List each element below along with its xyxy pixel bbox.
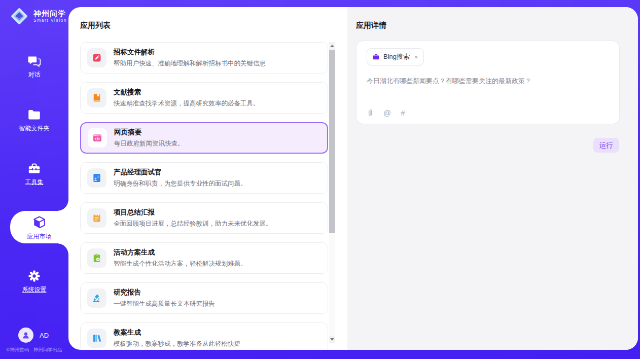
app-title: 项目总结汇报 [114,208,272,217]
list-item[interactable]: 研究报告 一键智能生成高质量长文本研究报告 [80,282,328,314]
list-item[interactable]: 招标文件解析 帮助用户快速、准确地理解和解析招标书中的关键信息 [80,42,328,74]
sidebar-item-toolset[interactable]: 工具集 [0,157,68,190]
sidebar-footer: ©神州数码 · 神州问学出品 [0,347,68,353]
app-description: 全面回顾项目进展，总结经验教训，助力未来优化发展。 [114,220,272,228]
list-item[interactable]: 教案生成 模板驱动，教案秒成，教学准备从此轻松快捷 [80,322,328,350]
app-frame: 神州问学 Smart Vision 对话 智能文件夹 [0,0,640,359]
app-title: 文献搜索 [114,88,260,97]
user-account[interactable]: AD [18,328,49,343]
app-list-panel: 应用列表 招标文件解析 帮助用户快速、准确地理解和解析招标书中的关键信息 [68,7,347,350]
tool-chip-label: Bing搜索 [383,52,410,61]
gear-icon [27,269,41,283]
brand-diamond-icon [9,6,29,26]
sidebar-item-smart-folder[interactable]: 智能文件夹 [0,103,68,136]
scrollbar[interactable] [329,42,335,343]
sidebar-item-label: 系统设置 [22,286,47,293]
paperclip-icon[interactable] [367,108,374,117]
sidebar-item-app-market[interactable]: 应用市场 [10,211,68,243]
app-list-title: 应用列表 [80,21,111,30]
resume-icon [87,168,106,188]
list-item-selected[interactable]: 网页摘要 每日政府新闻资讯快查。 [80,122,328,154]
run-button[interactable]: 运行 [593,138,619,153]
prompt-card[interactable]: Bing搜索 × 今日湖北有哪些新闻要点？有哪些需要关注的最新政策？ @ # [356,41,620,124]
app-title: 教案生成 [114,328,240,337]
sidebar-item-chat[interactable]: 对话 [0,50,68,82]
folder-icon [27,108,41,122]
attachment-toolbar: @ # [367,108,405,117]
books-icon [87,329,106,348]
sidebar-item-label: 对话 [28,71,41,78]
sidebar-nav: 对话 智能文件夹 工具集 [0,50,68,297]
toolbox-icon [27,162,41,175]
hash-icon[interactable]: # [401,109,405,117]
sidebar-item-settings[interactable]: 系统设置 [0,265,68,297]
app-description: 明确身份和职责，为您提供专业性的面试问题。 [114,179,247,188]
sidebar-item-label: 工具集 [25,179,44,186]
notepad-icon [87,208,106,228]
avatar [18,328,33,343]
user-name: AD [40,332,49,339]
list-item[interactable]: 项目总结汇报 全面回顾项目进展，总结经验教训，助力未来优化发展。 [80,202,328,234]
app-title: 产品经理面试官 [114,168,247,177]
scrollbar-down-button[interactable] [329,336,335,343]
briefcase-icon [372,53,380,61]
brand-logo: 神州问学 Smart Vision [9,6,67,26]
book-icon [87,88,106,107]
sidebar-item-label: 应用市场 [27,233,52,240]
app-description: 帮助用户快速、准确地理解和解析招标书中的关键信息 [114,59,266,68]
app-list: 招标文件解析 帮助用户快速、准确地理解和解析招标书中的关键信息 文献搜索 [80,42,328,350]
chat-icon [27,54,41,68]
app-title: 招标文件解析 [114,48,266,57]
sidebar: 神州问学 Smart Vision 对话 智能文件夹 [0,0,68,359]
tool-chip-bing-search[interactable]: Bing搜索 × [367,48,424,65]
app-title: 研究报告 [114,288,215,297]
query-text[interactable]: 今日湖北有哪些新闻要点？有哪些需要关注的最新政策？ [367,77,609,86]
app-detail-title: 应用详情 [356,21,386,30]
scrollbar-up-button[interactable] [329,42,335,49]
app-detail-panel: 应用详情 Bing搜索 × 今日湖北有哪些新闻要点？有哪些需要关注的最新政策？ … [347,7,638,350]
brand-subtitle: Smart Vision [33,18,67,23]
clipboard-check-icon [87,248,106,268]
scrollbar-thumb[interactable] [329,50,335,233]
at-sign-icon[interactable]: @ [383,109,391,117]
app-description: 一键智能生成高质量长文本研究报告 [114,300,215,308]
list-item[interactable]: 产品经理面试官 明确身份和职责，为您提供专业性的面试问题。 [80,162,328,194]
app-title: 网页摘要 [114,128,184,137]
app-description: 每日政府新闻资讯快查。 [114,139,184,148]
user-icon [21,331,30,340]
list-item[interactable]: 活动方案生成 智能生成个性化活动方案，轻松解决规划难题。 [80,242,328,274]
app-description: 快速精准查找学术资源，提高研究效率的必备工具。 [114,99,260,108]
app-description: 模板驱动，教案秒成，教学准备从此轻松快捷 [114,340,240,348]
microscope-icon [87,288,106,308]
list-item[interactable]: 文献搜索 快速精准查找学术资源，提高研究效率的必备工具。 [80,82,328,114]
main-content: 应用列表 招标文件解析 帮助用户快速、准确地理解和解析招标书中的关键信息 [68,7,638,350]
brand-name: 神州问学 [33,9,67,18]
chip-close-icon[interactable]: × [414,53,418,61]
sidebar-item-label: 智能文件夹 [19,125,50,132]
app-title: 活动方案生成 [114,248,247,257]
pen-square-icon [87,48,106,67]
browser-code-icon [88,128,107,148]
app-description: 智能生成个性化活动方案，轻松解决规划难题。 [114,260,247,268]
cube-icon [32,215,47,230]
